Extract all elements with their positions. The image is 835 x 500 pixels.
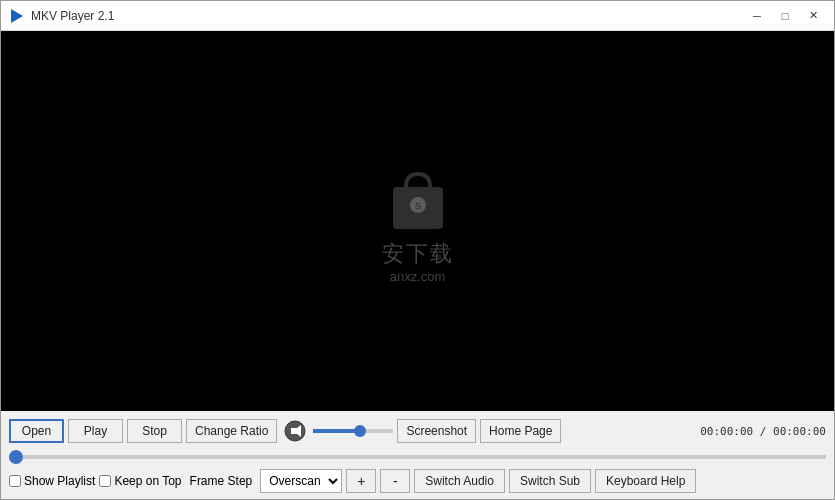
volume-icon[interactable] xyxy=(281,419,309,443)
home-page-button[interactable]: Home Page xyxy=(480,419,561,443)
control-row-1: Open Play Stop Change Ratio Screenshot H… xyxy=(9,415,826,446)
svg-marker-5 xyxy=(291,428,297,434)
title-bar-left: MKV Player 2.1 xyxy=(9,8,114,24)
minimize-button[interactable]: ─ xyxy=(744,6,770,26)
minus-button[interactable]: - xyxy=(380,469,410,493)
svg-text:S: S xyxy=(414,201,420,211)
keep-on-top-checkbox[interactable] xyxy=(99,475,111,487)
switch-audio-button[interactable]: Switch Audio xyxy=(414,469,505,493)
watermark-subtext: anxz.com xyxy=(390,269,446,284)
screenshot-button[interactable]: Screenshot xyxy=(397,419,476,443)
seek-row xyxy=(9,446,826,465)
window-title: MKV Player 2.1 xyxy=(31,9,114,23)
watermark-text: 安下载 xyxy=(382,239,454,269)
svg-marker-0 xyxy=(11,9,23,23)
watermark-icon: S xyxy=(378,159,458,239)
controls-area: Open Play Stop Change Ratio Screenshot H… xyxy=(1,411,834,499)
change-ratio-button[interactable]: Change Ratio xyxy=(186,419,277,443)
stop-button[interactable]: Stop xyxy=(127,419,182,443)
volume-slider[interactable] xyxy=(313,429,393,433)
open-button[interactable]: Open xyxy=(9,419,64,443)
seek-slider[interactable] xyxy=(9,455,826,459)
title-bar: MKV Player 2.1 ─ □ ✕ xyxy=(1,1,834,31)
play-button[interactable]: Play xyxy=(68,419,123,443)
keyboard-help-button[interactable]: Keyboard Help xyxy=(595,469,696,493)
frame-step-label: Frame Step xyxy=(186,474,257,488)
keep-on-top-label[interactable]: Keep on Top xyxy=(99,474,181,488)
show-playlist-label[interactable]: Show Playlist xyxy=(9,474,95,488)
watermark: S 安下载 anxz.com xyxy=(378,159,458,284)
plus-button[interactable]: + xyxy=(346,469,376,493)
time-display: 00:00:00 / 00:00:00 xyxy=(700,425,826,438)
control-row-2: Show Playlist Keep on Top Frame Step Ove… xyxy=(9,465,826,499)
switch-sub-button[interactable]: Switch Sub xyxy=(509,469,591,493)
main-window: MKV Player 2.1 ─ □ ✕ S 安下载 anxz.com Open… xyxy=(0,0,835,500)
video-area: S 安下载 anxz.com xyxy=(1,31,834,411)
overscan-select[interactable]: Overscan None Crop Stretch xyxy=(260,469,342,493)
close-button[interactable]: ✕ xyxy=(800,6,826,26)
app-icon xyxy=(9,8,25,24)
maximize-button[interactable]: □ xyxy=(772,6,798,26)
show-playlist-checkbox[interactable] xyxy=(9,475,21,487)
title-bar-controls: ─ □ ✕ xyxy=(744,6,826,26)
